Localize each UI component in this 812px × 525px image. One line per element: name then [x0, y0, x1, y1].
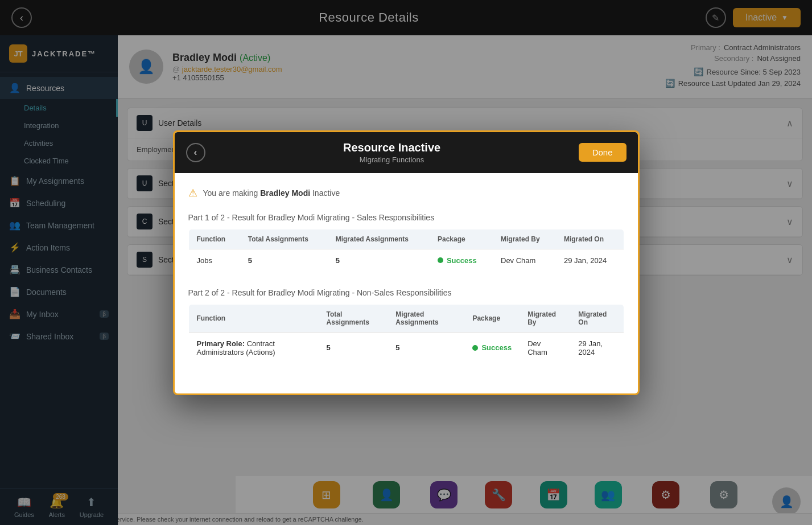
- td-function-2: Primary Role: Contract Administrators (A…: [188, 332, 319, 363]
- th-migrated-1: Migrated Assignments: [328, 229, 430, 249]
- th-function-2: Function: [188, 304, 319, 332]
- migration-section-2: Part 2 of 2 - Result for Bradley Modi Mi…: [188, 288, 624, 364]
- modal-header-center: Resource Inactive Migrating Functions: [205, 141, 579, 164]
- td-package-1: Success: [430, 249, 493, 272]
- th-package-1: Package: [430, 229, 493, 249]
- th-package-2: Package: [464, 304, 520, 332]
- modal-subtitle: Migrating Functions: [205, 155, 579, 164]
- modal-header: ‹ Resource Inactive Migrating Functions …: [175, 132, 638, 173]
- migration-part1-title: Part 1 of 2 - Result for Bradley Modi Mi…: [188, 213, 624, 222]
- migration-section-1: Part 1 of 2 - Result for Bradley Modi Mi…: [188, 213, 624, 272]
- th-function-1: Function: [188, 229, 240, 249]
- warning-text: You are making Bradley Modi Inactive: [203, 188, 340, 198]
- td-migrated-on-1: 29 Jan, 2024: [556, 249, 624, 272]
- table-row: Jobs 5 5 Success Dev Cham 29 Jan, 2024: [188, 249, 624, 272]
- modal-back-button[interactable]: ‹: [186, 143, 205, 162]
- migration-table-1: Function Total Assignments Migrated Assi…: [188, 229, 624, 272]
- th-migrated-by-2: Migrated By: [520, 304, 570, 332]
- td-migrated-by-2: Dev Cham: [520, 332, 570, 363]
- td-migrated-2: 5: [388, 332, 464, 363]
- th-migrated-on-2: Migrated On: [570, 304, 624, 332]
- warning-icon: ⚠: [188, 187, 197, 199]
- table-row: Primary Role: Contract Administrators (A…: [188, 332, 624, 363]
- td-migrated-by-1: Dev Cham: [493, 249, 556, 272]
- td-function-1: Jobs: [188, 249, 240, 272]
- td-total-2: 5: [319, 332, 388, 363]
- th-total-2: Total Assignments: [319, 304, 388, 332]
- th-migrated-on-1: Migrated On: [556, 229, 624, 249]
- success-dot-1: [438, 257, 443, 263]
- td-migrated-1: 5: [328, 249, 430, 272]
- success-badge-1: Success: [438, 256, 485, 265]
- modal-done-button[interactable]: Done: [579, 143, 626, 162]
- modal-overlay: ‹ Resource Inactive Migrating Functions …: [0, 0, 812, 525]
- modal-body: ⚠ You are making Bradley Modi Inactive P…: [175, 173, 638, 393]
- th-total-1: Total Assignments: [240, 229, 328, 249]
- migration-table-2: Function Total Assignments Migrated Assi…: [188, 304, 624, 364]
- success-dot-2: [472, 345, 478, 351]
- modal-title: Resource Inactive: [205, 141, 579, 154]
- th-migrated-2: Migrated Assignments: [388, 304, 464, 332]
- migration-part2-title: Part 2 of 2 - Result for Bradley Modi Mi…: [188, 288, 624, 297]
- resource-inactive-modal: ‹ Resource Inactive Migrating Functions …: [173, 130, 640, 395]
- success-badge-2: Success: [472, 343, 512, 352]
- td-package-2: Success: [464, 332, 520, 363]
- modal-warning: ⚠ You are making Bradley Modi Inactive: [188, 187, 624, 199]
- td-total-1: 5: [240, 249, 328, 272]
- td-migrated-on-2: 29 Jan, 2024: [570, 332, 624, 363]
- th-migrated-by-1: Migrated By: [493, 229, 556, 249]
